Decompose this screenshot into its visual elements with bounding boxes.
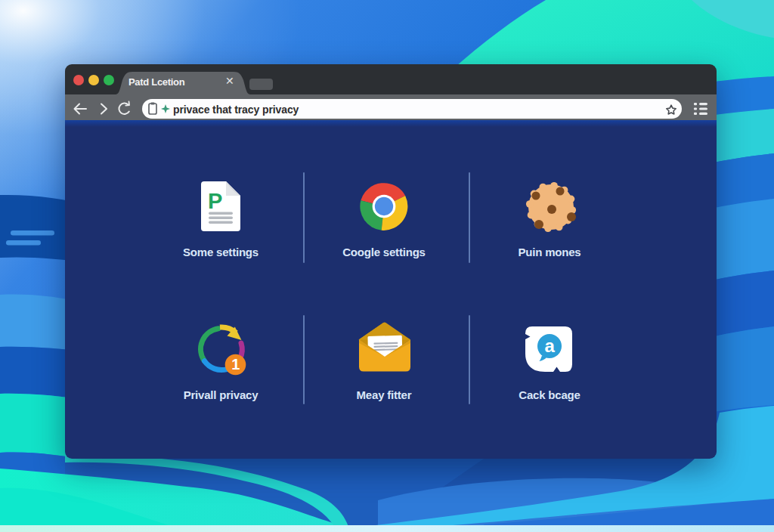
svg-text:a: a [545,336,556,356]
svg-text:1: 1 [231,356,240,373]
svg-text:P: P [208,189,222,213]
